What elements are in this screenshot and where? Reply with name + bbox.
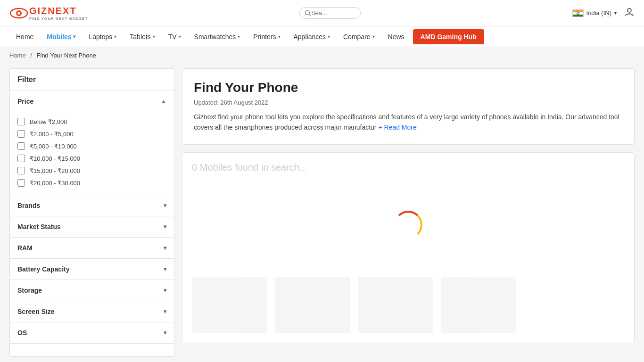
logo-area: GIZNEXT FIND YOUR NEXT GADGET xyxy=(9,6,88,21)
filter-sidebar: Filter Price ▲ Below ₹2,000 ₹2,000 - ₹5,… xyxy=(9,68,174,357)
price-option-2: ₹5,000 - ₹10,000 xyxy=(17,140,166,152)
filter-section-brands: Brands ▾ xyxy=(10,195,174,216)
price-label-1[interactable]: ₹2,000 - ₹5,000 xyxy=(30,131,74,138)
nav-item-tv[interactable]: TV ▾ xyxy=(162,26,188,47)
nav-item-smartwatches[interactable]: Smartwatches ▾ xyxy=(188,26,247,47)
read-more-link[interactable]: + Read More xyxy=(378,123,416,131)
nav-item-amd-gaming[interactable]: AMD Gaming Hub xyxy=(413,29,484,44)
filter-screen-size-header[interactable]: Screen Size ▾ xyxy=(10,301,174,322)
battery-chevron: ▾ xyxy=(164,266,166,272)
price-checkbox-1[interactable] xyxy=(17,130,25,138)
price-checkbox-5[interactable] xyxy=(17,179,25,187)
appliances-dropdown-arrow: ▾ xyxy=(328,34,330,39)
country-selector[interactable]: India (IN) ▾ xyxy=(572,9,617,17)
storage-chevron: ▾ xyxy=(164,287,166,294)
nav-item-tablets[interactable]: Tablets ▾ xyxy=(123,26,161,47)
skeleton-card-3 xyxy=(358,277,433,333)
filter-market-status-header[interactable]: Market Status ▾ xyxy=(10,216,174,237)
page-info-card: Find Your Phone Updated: 26th August 202… xyxy=(182,68,635,145)
results-card: 0 Mobiles found in search... xyxy=(182,152,635,343)
brands-chevron: ▾ xyxy=(164,202,166,209)
price-options: Below ₹2,000 ₹2,000 - ₹5,000 ₹5,000 - ₹1… xyxy=(10,112,174,195)
page-description: Giznext find your phone tool lets you ex… xyxy=(194,112,623,133)
nav-item-mobiles[interactable]: Mobiles ▾ xyxy=(40,26,82,47)
ram-chevron: ▾ xyxy=(164,245,166,251)
nav-item-printers[interactable]: Printers ▾ xyxy=(247,26,287,47)
search-input[interactable] xyxy=(311,9,354,16)
filter-section-screen-size: Screen Size ▾ xyxy=(10,301,174,322)
results-title: 0 Mobiles found in search... xyxy=(192,162,625,173)
price-label-5[interactable]: ₹20,000 - ₹30,000 xyxy=(30,180,80,187)
header: GIZNEXT FIND YOUR NEXT GADGET India (IN)… xyxy=(0,0,644,26)
filter-storage-header[interactable]: Storage ▾ xyxy=(10,280,174,301)
logo-text-area: GIZNEXT FIND YOUR NEXT GADGET xyxy=(29,6,88,21)
logo-tagline: FIND YOUR NEXT GADGET xyxy=(29,16,88,21)
price-label-3[interactable]: ₹10,000 - ₹15,000 xyxy=(30,155,80,162)
smartwatches-dropdown-arrow: ▾ xyxy=(238,34,240,39)
main-content: Filter Price ▲ Below ₹2,000 ₹2,000 - ₹5,… xyxy=(0,64,644,362)
filter-price-label: Price xyxy=(17,98,33,105)
filter-ram-header[interactable]: RAM ▾ xyxy=(10,238,174,258)
price-option-0: Below ₹2,000 xyxy=(17,115,166,128)
skeleton-card-4 xyxy=(441,277,516,333)
nav-item-home[interactable]: Home xyxy=(9,26,40,47)
content-area: Find Your Phone Updated: 26th August 202… xyxy=(182,68,635,357)
nav-item-news[interactable]: News xyxy=(381,26,411,47)
filter-brands-header[interactable]: Brands ▾ xyxy=(10,195,174,216)
svg-line-4 xyxy=(309,14,311,16)
filter-section-price: Price ▲ Below ₹2,000 ₹2,000 - ₹5,000 ₹5,… xyxy=(10,91,174,195)
filter-battery-label: Battery Capacity xyxy=(17,265,70,273)
country-label: India (IN) xyxy=(586,9,611,16)
price-option-3: ₹10,000 - ₹15,000 xyxy=(17,152,166,165)
price-checkbox-0[interactable] xyxy=(17,118,25,125)
breadcrumb-separator: / xyxy=(30,52,32,59)
tablets-dropdown-arrow: ▾ xyxy=(153,34,155,39)
svg-point-2 xyxy=(17,12,20,15)
price-checkbox-2[interactable] xyxy=(17,142,25,150)
breadcrumb-current: Find Your Next Phone xyxy=(37,52,96,59)
user-icon[interactable] xyxy=(624,7,635,20)
filter-storage-label: Storage xyxy=(17,287,42,294)
nav-item-laptops[interactable]: Laptops ▾ xyxy=(82,26,123,47)
filter-screen-size-label: Screen Size xyxy=(17,308,55,315)
filter-os-header[interactable]: OS ▾ xyxy=(10,322,174,343)
country-dropdown-arrow: ▾ xyxy=(614,10,617,16)
svg-point-3 xyxy=(305,10,309,15)
search-bar[interactable] xyxy=(299,7,361,19)
nav-item-compare[interactable]: Compare ▾ xyxy=(337,26,381,47)
filter-ram-label: RAM xyxy=(17,244,33,252)
nav-item-appliances[interactable]: Appliances ▾ xyxy=(287,26,337,47)
filter-section-ram: RAM ▾ xyxy=(10,238,174,259)
mobiles-dropdown-arrow: ▾ xyxy=(73,34,75,39)
price-option-4: ₹15,000 - ₹20,000 xyxy=(17,165,166,177)
search-icon xyxy=(305,10,311,16)
filter-market-status-label: Market Status xyxy=(17,223,61,230)
skeleton-cards-row xyxy=(192,277,625,333)
filter-battery-header[interactable]: Battery Capacity ▾ xyxy=(10,259,174,280)
filter-section-os: OS ▾ xyxy=(10,322,174,344)
filter-price-header[interactable]: Price ▲ xyxy=(10,91,174,112)
skeleton-card-1 xyxy=(192,277,267,333)
page-updated: Updated: 26th August 2022 xyxy=(194,99,623,106)
filter-brands-label: Brands xyxy=(17,202,40,209)
market-status-chevron: ▾ xyxy=(164,223,166,230)
screen-size-chevron: ▾ xyxy=(164,308,166,315)
header-right: India (IN) ▾ xyxy=(572,7,635,20)
price-checkbox-3[interactable] xyxy=(17,155,25,162)
breadcrumb-home[interactable]: Home xyxy=(9,52,26,59)
filter-title: Filter xyxy=(10,69,174,91)
logo-brand: GIZNEXT xyxy=(29,6,88,16)
price-label-2[interactable]: ₹5,000 - ₹10,000 xyxy=(30,143,77,150)
filter-os-label: OS xyxy=(17,329,27,337)
breadcrumb: Home / Find Your Next Phone xyxy=(0,47,644,64)
price-label-0[interactable]: Below ₹2,000 xyxy=(30,118,67,125)
loading-spinner xyxy=(394,211,422,239)
printers-dropdown-arrow: ▾ xyxy=(278,34,281,39)
price-label-4[interactable]: ₹15,000 - ₹20,000 xyxy=(30,167,80,174)
price-option-1: ₹2,000 - ₹5,000 xyxy=(17,128,166,140)
page-title: Find Your Phone xyxy=(194,80,623,95)
india-flag xyxy=(572,9,584,17)
price-checkbox-4[interactable] xyxy=(17,167,25,174)
tv-dropdown-arrow: ▾ xyxy=(179,34,181,39)
filter-section-market-status: Market Status ▾ xyxy=(10,216,174,238)
